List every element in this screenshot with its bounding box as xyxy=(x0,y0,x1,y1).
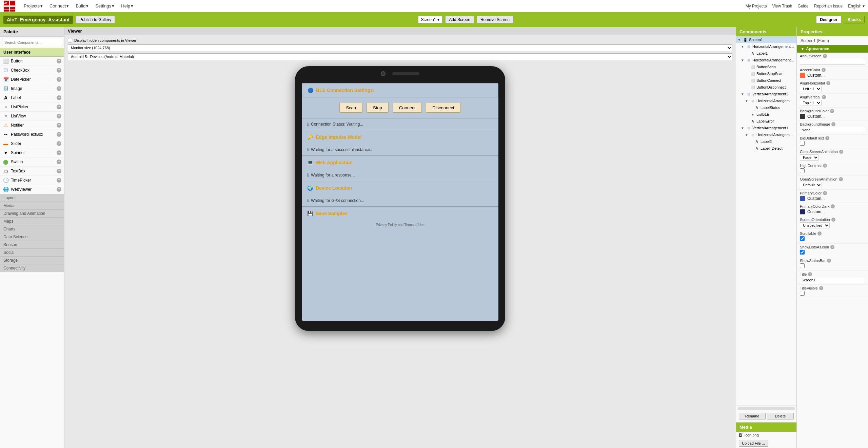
switch-help-icon[interactable]: ? xyxy=(57,160,61,164)
palette-item-label[interactable]: A Label ? xyxy=(0,93,64,102)
tree-screen1[interactable]: ▼ 📱 Screen1 xyxy=(736,36,796,43)
tree-ha1[interactable]: ▼ ⊞ HorizontalArrangement... xyxy=(736,43,796,50)
palette-section-drawing[interactable]: Drawing and Animation xyxy=(0,210,64,218)
titlevisible-help-icon[interactable]: ? xyxy=(819,286,823,290)
showlistsasjson-checkbox[interactable] xyxy=(800,250,805,255)
palette-section-media[interactable]: Media xyxy=(0,202,64,210)
tree-va2[interactable]: ▼ ⊟ VerticalArrangement2 xyxy=(736,91,796,97)
screen-selector[interactable]: Screen1 ▾ xyxy=(418,16,443,23)
tree-btn-disconnect[interactable]: ⬜ ButtonDisconnect xyxy=(736,84,796,91)
palette-category-ui[interactable]: User Interface xyxy=(0,48,64,57)
palette-item-passwordtextbox[interactable]: •• PasswordTextBox ? xyxy=(0,130,64,139)
primarycolordark-value[interactable]: Custom... xyxy=(807,209,825,214)
bigdefaulttext-checkbox[interactable] xyxy=(800,141,805,146)
palette-item-timepicker[interactable]: 🕐 TimePicker ? xyxy=(0,176,64,185)
slider-help-icon[interactable]: ? xyxy=(57,141,61,146)
label-help-icon[interactable]: ? xyxy=(57,95,61,100)
listpicker-help-icon[interactable]: ? xyxy=(57,105,61,109)
tree-label1[interactable]: A Label1 xyxy=(736,50,796,57)
tree-ha3[interactable]: ▼ ⊞ HorizontalArrangem... xyxy=(736,97,796,104)
tree-labelerror[interactable]: A LabelError xyxy=(736,118,796,125)
tree-ha2[interactable]: ▼ ⊞ HorizontalArrangement... xyxy=(736,57,796,63)
backgroundimage-help-icon[interactable]: ? xyxy=(831,122,835,126)
image-help-icon[interactable]: ? xyxy=(57,86,61,91)
palette-item-datepicker[interactable]: 📅 DatePicker ? xyxy=(0,75,64,84)
remove-screen-button[interactable]: Remove Screen xyxy=(477,16,513,23)
ha2-expand-icon[interactable]: ▼ xyxy=(741,58,745,62)
alignhorizontal-select[interactable]: Left : 1 xyxy=(800,86,822,92)
palette-section-connectivity[interactable]: Connectivity xyxy=(0,264,64,272)
backgroundcolor-help-icon[interactable]: ? xyxy=(830,109,834,113)
palette-section-layout[interactable]: Layout xyxy=(0,194,64,202)
delete-button[interactable]: Delete xyxy=(767,413,794,419)
webviewer-help-icon[interactable]: ? xyxy=(57,187,61,192)
checkbox-help-icon[interactable]: ? xyxy=(57,68,61,73)
hidden-components-checkbox[interactable] xyxy=(68,38,72,42)
alignhorizontal-help-icon[interactable]: ? xyxy=(826,81,830,85)
tree-va1[interactable]: ▼ ⊟ VerticalArrangement1 xyxy=(736,125,796,131)
upload-file-button[interactable]: Upload File ... xyxy=(739,440,768,447)
palette-section-sensors[interactable]: Sensors xyxy=(0,241,64,249)
backgroundcolor-swatch[interactable] xyxy=(800,114,805,119)
button-help-icon[interactable]: ? xyxy=(57,59,61,63)
palette-item-image[interactable]: 🖼 Image ? xyxy=(0,84,64,93)
ha4-expand-icon[interactable]: ▼ xyxy=(745,133,749,137)
va1-expand-icon[interactable]: ▼ xyxy=(741,126,745,130)
tree-btn-scan[interactable]: ⬜ ButtonScan xyxy=(736,63,796,70)
tree-label2[interactable]: A Label2 xyxy=(736,138,796,145)
stop-button[interactable]: Stop xyxy=(367,103,389,113)
language-selector[interactable]: English ▾ xyxy=(848,4,865,8)
disconnect-button[interactable]: Disconnect xyxy=(426,103,460,113)
passwordtextbox-help-icon[interactable]: ? xyxy=(57,132,61,137)
primarycolordark-swatch[interactable] xyxy=(800,209,805,214)
palette-item-switch[interactable]: ⬤ Switch ? xyxy=(0,157,64,167)
screenorientation-help-icon[interactable]: ? xyxy=(831,218,835,222)
palette-item-checkbox[interactable]: ☑ CheckBox ? xyxy=(0,66,64,75)
palette-item-webviewer[interactable]: 🌐 WebViewer ? xyxy=(0,185,64,194)
closescreenanimation-select[interactable]: Fade xyxy=(800,154,819,161)
palette-item-textbox[interactable]: ▭ TextBox ? xyxy=(0,167,64,176)
palette-item-spinner[interactable]: ▼ Spinner ? xyxy=(0,148,64,157)
screenorientation-select[interactable]: Unspecified xyxy=(800,222,830,228)
datepicker-help-icon[interactable]: ? xyxy=(57,77,61,82)
monitor-size-select[interactable]: Monitor size (1024,768) xyxy=(68,44,732,51)
palette-section-storage[interactable]: Storage xyxy=(0,257,64,264)
closescreenanimation-help-icon[interactable]: ? xyxy=(839,150,843,154)
scrollable-help-icon[interactable]: ? xyxy=(817,231,822,236)
aboutscreen-input[interactable] xyxy=(800,59,865,65)
tree-btn-connect[interactable]: ⬜ ButtonConnect xyxy=(736,77,796,84)
primarycolor-swatch[interactable] xyxy=(800,196,805,201)
rename-button[interactable]: Rename xyxy=(739,413,766,419)
guide-link[interactable]: Guide xyxy=(798,4,809,8)
add-screen-button[interactable]: Add Screen xyxy=(445,16,474,23)
aboutscreen-help-icon[interactable]: ? xyxy=(823,54,827,58)
nav-item-projects[interactable]: Projects ▾ xyxy=(21,2,45,10)
screen1-expand-icon[interactable]: ▼ xyxy=(737,38,742,42)
va2-expand-icon[interactable]: ▼ xyxy=(741,92,745,96)
ha3-expand-icon[interactable]: ▼ xyxy=(745,99,749,103)
nav-item-help[interactable]: Help ▾ xyxy=(118,2,136,10)
view-trash-link[interactable]: View Trash xyxy=(772,4,792,8)
textbox-help-icon[interactable]: ? xyxy=(57,169,61,173)
bigdefaulttext-help-icon[interactable]: ? xyxy=(825,136,829,140)
spinner-help-icon[interactable]: ? xyxy=(57,150,61,155)
palette-section-charts[interactable]: Charts xyxy=(0,225,64,233)
listview-help-icon[interactable]: ? xyxy=(57,114,61,118)
primarycolordark-help-icon[interactable]: ? xyxy=(831,204,835,208)
accentcolor-value[interactable]: Custom... xyxy=(807,73,825,78)
connect-button[interactable]: Connect xyxy=(393,103,422,113)
nav-item-settings[interactable]: Settings ▾ xyxy=(93,2,117,10)
privacy-link[interactable]: Privacy Policy and Terms of Use xyxy=(302,220,498,229)
title-help-icon[interactable]: ? xyxy=(808,272,812,276)
showstatusbar-checkbox[interactable] xyxy=(800,263,805,268)
notifier-help-icon[interactable]: ? xyxy=(57,123,61,128)
title-input[interactable] xyxy=(800,277,865,283)
palette-item-listview[interactable]: ≡ ListView ? xyxy=(0,112,64,121)
nav-item-build[interactable]: Build ▾ xyxy=(73,2,91,10)
palette-section-social[interactable]: Social xyxy=(0,249,64,257)
accentcolor-swatch[interactable] xyxy=(800,73,805,78)
tree-btn-stopscan[interactable]: ⬜ ButtonStopScan xyxy=(736,70,796,77)
scroll-handle[interactable] xyxy=(737,407,795,410)
palette-item-button[interactable]: ⬜ Button ? xyxy=(0,57,64,66)
ha1-expand-icon[interactable]: ▼ xyxy=(741,45,745,49)
